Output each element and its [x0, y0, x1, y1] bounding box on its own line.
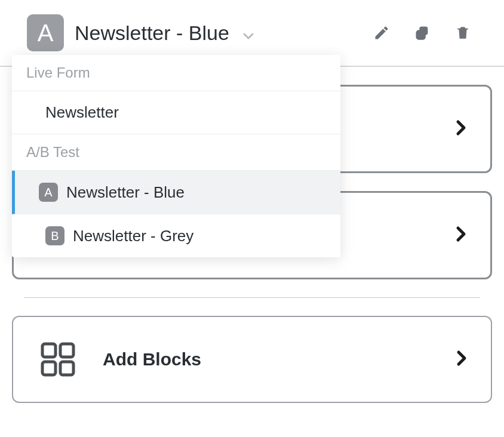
- svg-rect-3: [42, 344, 56, 357]
- card-title: Add Blocks: [103, 349, 432, 370]
- variant-badge: A: [27, 14, 64, 51]
- duplicate-button[interactable]: [414, 24, 431, 41]
- card-body: Add Blocks: [103, 349, 432, 370]
- dropdown-section-ab-test: A/B Test: [12, 134, 340, 171]
- card-add-blocks[interactable]: Add Blocks: [12, 316, 492, 403]
- chevron-right-icon: [456, 119, 466, 139]
- delete-button[interactable]: [454, 24, 471, 41]
- variant-badge-b: B: [45, 226, 64, 245]
- section-divider: [24, 297, 480, 298]
- header-actions: [373, 24, 471, 41]
- dropdown-item-label: Newsletter - Grey: [73, 227, 193, 245]
- dropdown-item-newsletter[interactable]: Newsletter: [12, 91, 340, 134]
- dropdown-item-variant-b[interactable]: B Newsletter - Grey: [12, 214, 340, 257]
- variant-badge-a: A: [39, 183, 58, 202]
- dropdown-item-label: Newsletter: [45, 103, 119, 122]
- svg-rect-5: [42, 362, 56, 375]
- caret-down-icon: [243, 33, 254, 40]
- chevron-right-icon: [456, 350, 467, 369]
- edit-button[interactable]: [373, 24, 390, 41]
- chevron-right-icon: [456, 226, 466, 245]
- variant-dropdown: Live Form Newsletter A/B Test A Newslett…: [12, 55, 340, 257]
- dropdown-item-label: Newsletter - Blue: [66, 183, 185, 202]
- dropdown-section-live-form: Live Form: [12, 55, 340, 91]
- page-title-text: Newsletter - Blue: [75, 21, 229, 44]
- svg-rect-2: [417, 31, 425, 39]
- svg-rect-6: [60, 362, 73, 375]
- svg-rect-4: [60, 344, 73, 357]
- blocks-grid-icon: [37, 338, 79, 380]
- dropdown-item-variant-a[interactable]: A Newsletter - Blue: [12, 171, 340, 214]
- page-title-dropdown-trigger[interactable]: Newsletter - Blue: [75, 21, 373, 45]
